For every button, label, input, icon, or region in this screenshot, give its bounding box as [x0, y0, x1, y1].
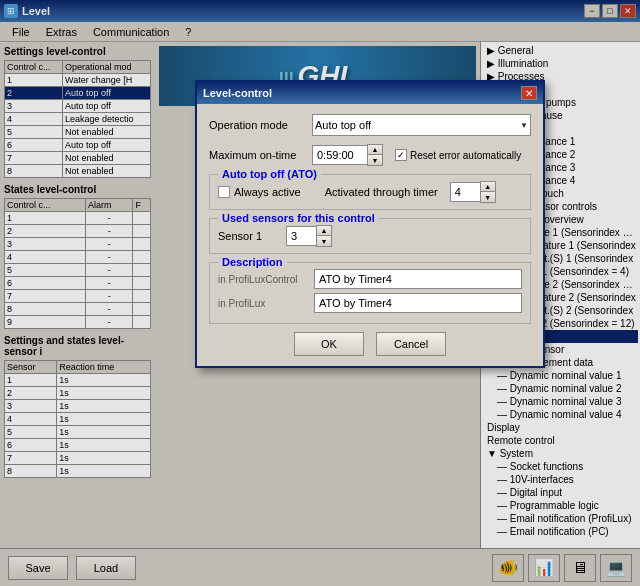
- sensor1-spin-down[interactable]: ▼: [317, 236, 331, 246]
- desc-profilux2-row: in ProfiLux: [218, 293, 522, 313]
- ok-button[interactable]: OK: [294, 332, 364, 356]
- spin-up-button[interactable]: ▲: [368, 145, 382, 155]
- description-section: Description in ProfiLuxControl in ProfiL…: [209, 262, 531, 324]
- desc-profilux-input[interactable]: [314, 269, 522, 289]
- max-ontime-row: Maximum on-time ▲ ▼ Reset error automati…: [209, 144, 531, 166]
- desc-profilux-label: in ProfiLuxControl: [218, 274, 308, 285]
- sensor1-label: Sensor 1: [218, 230, 278, 242]
- spin-down-button[interactable]: ▼: [368, 155, 382, 165]
- level-control-dialog: Level-control ✕ Operation mode Auto top …: [195, 80, 545, 368]
- cancel-button[interactable]: Cancel: [376, 332, 446, 356]
- modal-title-bar: Level-control ✕: [197, 82, 543, 104]
- operation-mode-select[interactable]: Auto top off ▼: [312, 114, 531, 136]
- sensor1-spin-up[interactable]: ▲: [317, 226, 331, 236]
- max-ontime-spin: ▲ ▼: [312, 144, 383, 166]
- desc-profilux-row: in ProfiLuxControl: [218, 269, 522, 289]
- reset-error-label: Reset error automatically: [410, 150, 521, 161]
- activated-through-label: Activated through timer: [325, 186, 438, 198]
- timer-spin-down[interactable]: ▼: [481, 192, 495, 202]
- modal-title: Level-control: [203, 87, 272, 99]
- timer-input[interactable]: [450, 182, 480, 202]
- modal-close-button[interactable]: ✕: [521, 86, 537, 100]
- max-ontime-label: Maximum on-time: [209, 149, 304, 161]
- operation-mode-value: Auto top off: [315, 119, 371, 131]
- sensor1-spin-buttons: ▲ ▼: [316, 225, 332, 247]
- spin-buttons: ▲ ▼: [367, 144, 383, 166]
- sensors-section: Used sensors for this control Sensor 1 ▲…: [209, 218, 531, 254]
- operation-mode-row: Operation mode Auto top off ▼: [209, 114, 531, 136]
- always-active-row: Always active: [218, 186, 301, 198]
- timer-spin-up[interactable]: ▲: [481, 182, 495, 192]
- operation-mode-label: Operation mode: [209, 119, 304, 131]
- modal-body: Operation mode Auto top off ▼ Maximum on…: [197, 104, 543, 366]
- ato-row: Always active Activated through timer ▲ …: [218, 181, 522, 203]
- modal-overlay: Level-control ✕ Operation mode Auto top …: [0, 0, 640, 586]
- timer-spin: ▲ ▼: [450, 181, 496, 203]
- timer-spin-buttons: ▲ ▼: [480, 181, 496, 203]
- sensors-legend: Used sensors for this control: [218, 212, 379, 224]
- sensor1-spin: ▲ ▼: [286, 225, 332, 247]
- modal-buttons: OK Cancel: [209, 332, 531, 356]
- description-legend: Description: [218, 256, 287, 268]
- select-arrow-icon: ▼: [520, 121, 528, 130]
- desc-profilux2-label: in ProfiLux: [218, 298, 308, 309]
- sensor1-row: Sensor 1 ▲ ▼: [218, 225, 522, 247]
- sensor1-input[interactable]: [286, 226, 316, 246]
- ato-legend: Auto top off (ATO): [218, 168, 321, 180]
- desc-profilux2-input[interactable]: [314, 293, 522, 313]
- max-ontime-input[interactable]: [312, 145, 367, 165]
- ato-section: Auto top off (ATO) Always active Activat…: [209, 174, 531, 210]
- always-active-label: Always active: [234, 186, 301, 198]
- reset-error-checkbox[interactable]: [395, 149, 407, 161]
- always-active-checkbox[interactable]: [218, 186, 230, 198]
